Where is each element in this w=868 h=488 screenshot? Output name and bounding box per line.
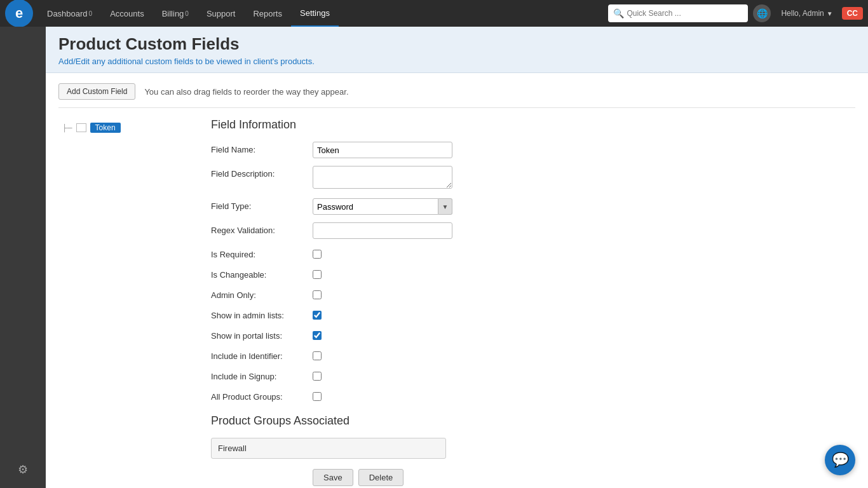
admin-only-row: Admin Only: <box>211 287 855 300</box>
field-name-input[interactable] <box>313 142 452 158</box>
show-admin-lists-label: Show in admin lists: <box>211 308 313 320</box>
regex-validation-input[interactable] <box>313 222 452 239</box>
nav-item-billing[interactable]: Billing 0 <box>153 0 198 27</box>
show-admin-lists-row: Show in admin lists: <box>211 308 855 320</box>
nav-item-reports[interactable]: Reports <box>244 0 291 27</box>
all-product-groups-row: All Product Groups: <box>211 389 855 402</box>
field-type-select[interactable]: Text Password Dropdown Textarea Checkbox <box>313 198 438 215</box>
regex-validation-control <box>313 222 452 239</box>
product-groups-section: Product Groups Associated Firewall <box>211 414 855 459</box>
field-tree: ├─ Token <box>58 121 198 135</box>
logo-button[interactable]: e <box>5 0 33 27</box>
product-group-item: Firewall <box>218 442 439 454</box>
page-title: Product Custom Fields <box>58 34 855 54</box>
search-box: 🔍 <box>608 4 748 22</box>
include-signup-checkbox[interactable] <box>313 372 322 381</box>
field-description-row: Field Description: <box>211 166 855 191</box>
page-header: Product Custom Fields Add/Edit any addit… <box>46 27 868 73</box>
is-required-checkbox[interactable] <box>313 250 322 259</box>
nav-item-support[interactable]: Support <box>198 0 245 27</box>
page-subtitle: Add/Edit any additional custom fields to… <box>58 57 855 66</box>
include-identifier-label: Include in Identifier: <box>211 348 313 361</box>
toolbar-hint: You can also drag fields to reorder the … <box>144 87 348 97</box>
admin-only-label: Admin Only: <box>211 287 313 300</box>
is-required-label: Is Required: <box>211 247 313 259</box>
field-description-input[interactable] <box>313 166 452 189</box>
search-input[interactable] <box>627 9 741 18</box>
settings-gear-icon-wrap: ⚙ <box>0 458 46 482</box>
delete-button[interactable]: Delete <box>358 469 404 486</box>
globe-button[interactable]: 🌐 <box>753 4 771 22</box>
field-name-label: Field Name: <box>211 142 313 154</box>
select-arrow-button[interactable]: ▼ <box>438 198 452 215</box>
content-area: Add Custom Field You can also drag field… <box>46 73 868 488</box>
all-product-groups-checkbox[interactable] <box>313 392 322 401</box>
chat-bubble-button[interactable]: 💬 <box>825 445 855 475</box>
regex-validation-row: Regex Validation: <box>211 222 855 239</box>
show-admin-lists-checkbox[interactable] <box>313 311 322 320</box>
right-column: Field Information Field Name: Field Desc… <box>198 118 855 486</box>
all-product-groups-label: All Product Groups: <box>211 389 313 402</box>
field-description-label: Field Description: <box>211 166 313 179</box>
is-changeable-row: Is Changeable: <box>211 267 855 280</box>
field-type-label: Field Type: <box>211 198 313 211</box>
top-navigation: e Dashboard 0 Accounts Billing 0 Support… <box>0 0 868 27</box>
include-identifier-row: Include in Identifier: <box>211 348 855 361</box>
main-content: Product Custom Fields Add/Edit any addit… <box>46 27 868 488</box>
nav-item-accounts[interactable]: Accounts <box>101 0 153 27</box>
search-icon: 🔍 <box>613 8 624 18</box>
field-type-select-wrap: Text Password Dropdown Textarea Checkbox… <box>313 198 452 215</box>
user-menu-button[interactable]: Hello, Admin ▼ <box>776 9 837 18</box>
field-type-row: Field Type: Text Password Dropdown Texta… <box>211 198 855 215</box>
two-column-layout: ├─ Token Field Information Field Name: <box>58 118 855 486</box>
include-identifier-checkbox[interactable] <box>313 351 322 360</box>
show-portal-lists-label: Show in portal lists: <box>211 328 313 341</box>
add-custom-field-button[interactable]: Add Custom Field <box>58 83 135 100</box>
show-portal-lists-checkbox[interactable] <box>313 331 322 340</box>
tree-connector: ├─ <box>62 124 72 132</box>
is-changeable-label: Is Changeable: <box>211 267 313 280</box>
logo-text: e <box>15 5 23 22</box>
tree-item-label: Token <box>90 123 121 133</box>
field-info-section-title: Field Information <box>211 118 855 132</box>
nav-item-dashboard[interactable]: Dashboard 0 <box>38 0 101 27</box>
nav-item-settings[interactable]: Settings <box>291 0 339 27</box>
show-portal-lists-row: Show in portal lists: <box>211 328 855 341</box>
admin-only-checkbox[interactable] <box>313 290 322 299</box>
product-groups-section-title: Product Groups Associated <box>211 414 855 428</box>
toolbar: Add Custom Field You can also drag field… <box>58 83 855 108</box>
chevron-down-icon: ▼ <box>827 10 833 17</box>
regex-validation-label: Regex Validation: <box>211 222 313 235</box>
field-type-control: Text Password Dropdown Textarea Checkbox… <box>313 198 452 215</box>
file-icon <box>76 123 86 132</box>
action-buttons: Save Delete <box>313 469 855 486</box>
field-name-row: Field Name: <box>211 142 855 158</box>
include-signup-label: Include in Signup: <box>211 369 313 381</box>
is-required-row: Is Required: <box>211 247 855 259</box>
gear-icon[interactable]: ⚙ <box>13 458 33 482</box>
is-changeable-checkbox[interactable] <box>313 270 322 279</box>
field-description-control <box>313 166 452 191</box>
left-column: ├─ Token <box>58 118 198 486</box>
save-button[interactable]: Save <box>313 469 353 486</box>
cc-button[interactable]: CC <box>842 7 863 20</box>
include-signup-row: Include in Signup: <box>211 369 855 381</box>
field-name-control <box>313 142 452 158</box>
product-groups-list: Firewall <box>211 438 446 459</box>
tree-item-token[interactable]: ├─ Token <box>58 121 198 135</box>
left-sidebar: ⚙ <box>0 27 46 488</box>
